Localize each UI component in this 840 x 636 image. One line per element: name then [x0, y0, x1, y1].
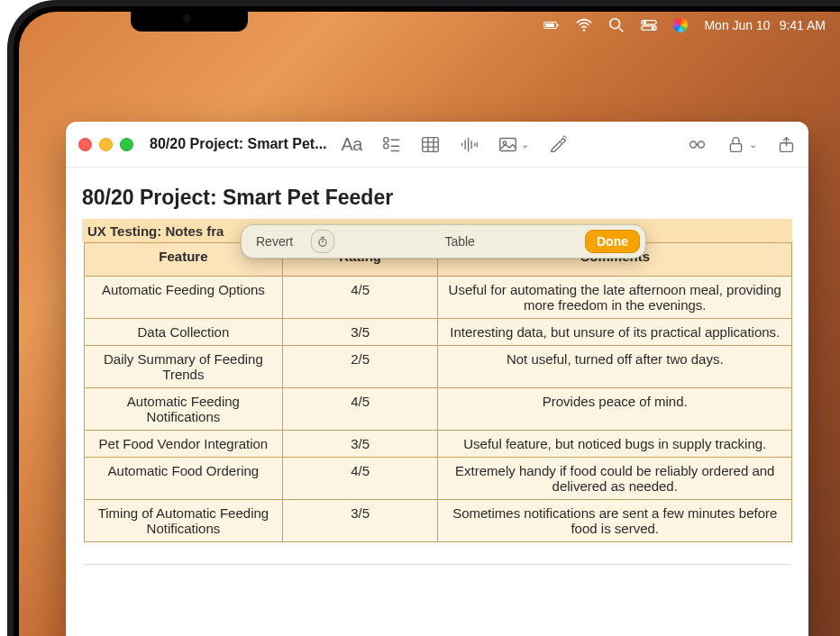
spotlight-icon[interactable]	[608, 17, 625, 33]
svg-point-7	[644, 21, 647, 24]
features-table[interactable]: Feature Rating Comments Automatic Feedin…	[84, 242, 792, 542]
svg-point-4	[610, 19, 620, 29]
writing-tools-button[interactable]	[549, 135, 568, 154]
cell-feature[interactable]: Data Collection	[85, 319, 283, 346]
window-titlebar: 80/20 Project: Smart Pet... Aa ⌄	[66, 122, 808, 168]
share-button[interactable]	[777, 135, 796, 154]
checklist-button[interactable]	[382, 135, 401, 154]
zoom-window-button[interactable]	[120, 138, 133, 151]
toolbar-left-group: Aa ⌄	[342, 134, 568, 155]
cell-feature[interactable]: Automatic Feeding Options	[85, 277, 283, 319]
table-row[interactable]: Automatic Feeding Options 4/5 Useful for…	[85, 277, 792, 319]
writing-tools-pill: Revert Table Done	[241, 224, 646, 259]
table-row[interactable]: Automatic Food Ordering 4/5 Extremely ha…	[85, 458, 792, 500]
document-title: 80/20 Project: Smart Pet Feeder	[69, 177, 805, 215]
pill-mode-label: Table	[343, 234, 576, 249]
svg-point-9	[652, 26, 655, 30]
link-button[interactable]	[688, 135, 707, 154]
close-window-button[interactable]	[78, 138, 92, 151]
table-row[interactable]: Timing of Automatic Feeding Notification…	[85, 500, 792, 542]
table-row[interactable]: Automatic Feeding Notifications 4/5 Prov…	[85, 388, 792, 431]
cell-feature[interactable]: Timing of Automatic Feeding Notification…	[85, 500, 283, 542]
revert-button[interactable]: Revert	[247, 231, 302, 252]
minimize-window-button[interactable]	[99, 138, 113, 151]
menubar-time: 9:41 AM	[780, 18, 826, 32]
table-row[interactable]: Pet Food Vendor Integration 3/5 Useful f…	[85, 431, 792, 458]
lock-button[interactable]: ⌄	[726, 135, 757, 154]
window-title: 80/20 Project: Smart Pet...	[150, 136, 327, 152]
section-divider	[84, 564, 790, 565]
done-button[interactable]: Done	[585, 230, 640, 253]
insert-media-button[interactable]: ⌄	[498, 135, 529, 154]
cell-rating[interactable]: 4/5	[282, 388, 438, 431]
adjust-dial-button[interactable]	[311, 230, 334, 253]
cell-feature[interactable]: Automatic Food Ordering	[85, 458, 283, 500]
battery-icon[interactable]	[543, 17, 560, 33]
cell-feature[interactable]: Daily Summary of Feeding Trends	[85, 346, 283, 388]
desktop-wallpaper: Mon Jun 10 9:41 AM 80/20 Project: Smart …	[19, 12, 840, 636]
svg-rect-2	[558, 24, 559, 27]
svg-point-10	[384, 137, 388, 141]
svg-point-3	[583, 29, 586, 32]
insert-table-button[interactable]	[421, 135, 440, 154]
chevron-down-icon: ⌄	[521, 139, 529, 150]
svg-rect-1	[546, 23, 555, 27]
svg-line-5	[619, 28, 624, 32]
cell-comments[interactable]: Not useful, turned off after two days.	[438, 346, 792, 388]
format-text-button[interactable]: Aa	[342, 134, 362, 155]
svg-point-29	[698, 141, 704, 148]
cell-rating[interactable]: 3/5	[282, 500, 438, 542]
cell-comments[interactable]: Useful feature, but noticed bugs in supp…	[438, 431, 792, 458]
cell-rating[interactable]: 4/5	[282, 277, 438, 319]
siri-icon[interactable]	[673, 18, 688, 32]
mac-device-frame: Mon Jun 10 9:41 AM 80/20 Project: Smart …	[7, 0, 840, 636]
cell-rating[interactable]: 4/5	[282, 458, 438, 500]
document-subheading-text: UX Testing: Notes fra	[87, 223, 224, 239]
toolbar-right-group: ⌄	[688, 135, 796, 154]
cell-comments[interactable]: Useful for automating the late afternoon…	[438, 277, 792, 319]
cell-comments[interactable]: Provides peace of mind.	[438, 388, 792, 431]
svg-point-28	[690, 141, 697, 148]
table-row[interactable]: Daily Summary of Feeding Trends 2/5 Not …	[85, 346, 792, 388]
cell-rating[interactable]: 3/5	[282, 431, 438, 458]
cell-rating[interactable]: 2/5	[282, 346, 438, 388]
table-row[interactable]: Data Collection 3/5 Interesting data, bu…	[85, 319, 792, 346]
control-center-icon[interactable]	[641, 17, 657, 33]
app-window: 80/20 Project: Smart Pet... Aa ⌄	[66, 122, 808, 636]
traffic-lights	[78, 138, 133, 151]
cell-comments[interactable]: Sometimes notifications are sent a few m…	[438, 500, 792, 542]
chevron-down-icon: ⌄	[749, 139, 757, 150]
wifi-icon[interactable]	[576, 17, 592, 33]
cell-feature[interactable]: Pet Food Vendor Integration	[85, 431, 283, 458]
menubar-datetime[interactable]: Mon Jun 10 9:41 AM	[704, 18, 826, 32]
cell-feature[interactable]: Automatic Feeding Notifications	[85, 388, 283, 431]
cell-rating[interactable]: 3/5	[282, 319, 438, 346]
camera	[183, 14, 191, 23]
cell-comments[interactable]: Interesting data, but unsure of its prac…	[438, 319, 792, 346]
svg-rect-15	[423, 137, 439, 151]
svg-point-12	[384, 143, 388, 148]
svg-rect-31	[730, 143, 741, 151]
audio-waveform-button[interactable]	[460, 135, 479, 154]
cell-comments[interactable]: Extremely handy if food could be reliabl…	[438, 458, 792, 500]
menubar-date: Mon Jun 10	[704, 18, 770, 32]
